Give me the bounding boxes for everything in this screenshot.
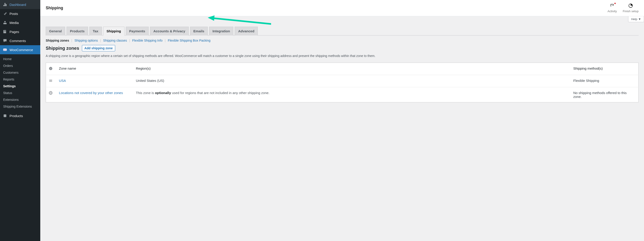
sidebar-item-label: Pages xyxy=(10,30,19,34)
tab-advanced[interactable]: Advanced xyxy=(235,27,258,35)
sidebar-item-woocommerce[interactable]: woo WooCommerce xyxy=(0,45,40,54)
page-title: Shipping xyxy=(46,6,63,10)
tab-general[interactable]: General xyxy=(46,27,65,35)
page-icon xyxy=(3,29,7,34)
subsection-flexible-shipping-box-packing[interactable]: Flexible Shipping Box Packing xyxy=(168,39,210,42)
zone-row: USA United States (US) Flexible Shipping xyxy=(46,75,638,87)
sidebar-item-label: Posts xyxy=(10,12,18,15)
separator: | xyxy=(99,39,102,42)
content-area: Shipping Activity Finish setup Help ▼ Ge… xyxy=(40,0,644,241)
svg-point-0 xyxy=(4,21,6,22)
separator: | xyxy=(70,39,74,42)
sidebar-item-comments[interactable]: Comments xyxy=(0,36,40,45)
add-shipping-zone-button[interactable]: Add shipping zone xyxy=(82,45,115,51)
tab-tax[interactable]: Tax xyxy=(90,27,102,35)
tab-emails[interactable]: Emails xyxy=(190,27,208,35)
submenu-shipping-extensions[interactable]: Shipping Extensions xyxy=(0,103,40,110)
text: This zone is xyxy=(136,91,155,95)
tab-accounts-privacy[interactable]: Accounts & Privacy xyxy=(150,27,189,35)
sidebar-item-media[interactable]: Media xyxy=(0,18,40,27)
svg-marker-8 xyxy=(208,15,214,21)
sidebar-item-posts[interactable]: Posts xyxy=(0,9,40,18)
col-region: Region(s) xyxy=(133,63,571,75)
svg-text:woo: woo xyxy=(3,49,6,51)
sidebar-item-products[interactable]: Products xyxy=(0,111,40,120)
admin-sidebar: Dashboard Posts Media Pages Comments woo… xyxy=(0,0,40,241)
globe-icon xyxy=(49,91,53,95)
topbar: Shipping Activity Finish setup xyxy=(40,0,644,16)
subsection-shipping-zones[interactable]: Shipping zones xyxy=(46,39,69,42)
zone-name-link[interactable]: USA xyxy=(59,79,66,82)
submenu-settings[interactable]: Settings xyxy=(0,83,40,89)
submenu-home[interactable]: Home xyxy=(0,56,40,62)
drag-handle-icon[interactable] xyxy=(49,79,53,83)
tab-shipping[interactable]: Shipping xyxy=(103,27,124,35)
zone-default-methods: No shipping methods offered to this zone… xyxy=(571,87,638,102)
submenu-customers[interactable]: Customers xyxy=(0,69,40,76)
sidebar-item-dashboard[interactable]: Dashboard xyxy=(0,0,40,9)
comment-icon xyxy=(3,38,7,43)
notification-dot-icon xyxy=(614,3,616,4)
help-icon[interactable]: ? xyxy=(49,66,53,70)
zone-region: United States (US) xyxy=(133,75,571,87)
shipping-subsections: Shipping zones | Shipping options | Ship… xyxy=(46,39,638,42)
separator: | xyxy=(164,39,167,42)
text-bold: optionally xyxy=(155,91,171,95)
help-tab[interactable]: Help ▼ xyxy=(628,16,644,22)
svg-rect-6 xyxy=(4,114,6,117)
inbox-icon xyxy=(610,3,614,9)
pin-icon xyxy=(3,11,7,16)
help-label: Help xyxy=(631,17,637,21)
zone-row-fallback: Locations not covered by your other zone… xyxy=(46,87,638,102)
product-icon xyxy=(3,113,7,118)
settings-tabs: General Products Tax Shipping Payments A… xyxy=(46,27,638,35)
svg-text:?: ? xyxy=(50,67,51,70)
finish-setup-label: Finish setup xyxy=(623,9,638,13)
text: used for regions that are not included i… xyxy=(171,91,270,95)
subsection-flexible-shipping-info[interactable]: Flexible Shipping Info xyxy=(132,39,162,42)
separator: | xyxy=(128,39,132,42)
sidebar-item-label: WooCommerce xyxy=(10,48,33,52)
svg-rect-2 xyxy=(4,30,6,33)
zone-default-region: This zone is optionally used for regions… xyxy=(133,87,571,102)
submenu-orders[interactable]: Orders xyxy=(0,62,40,69)
svg-rect-12 xyxy=(49,80,52,81)
subsection-shipping-classes[interactable]: Shipping classes xyxy=(103,39,127,42)
section-heading: Shipping zones xyxy=(46,46,79,51)
shipping-zones-table: ? Zone name Region(s) Shipping method(s) xyxy=(46,63,638,102)
zone-default-name-link[interactable]: Locations not covered by your other zone… xyxy=(59,91,123,95)
annotation-arrow-icon xyxy=(208,15,271,26)
sidebar-item-label: Media xyxy=(10,21,19,25)
woocommerce-submenu: Home Orders Customers Reports Settings S… xyxy=(0,54,40,111)
sidebar-item-label: Dashboard xyxy=(10,3,26,6)
media-icon xyxy=(3,20,7,25)
zone-methods: Flexible Shipping xyxy=(571,75,638,87)
col-methods: Shipping method(s) xyxy=(571,63,638,75)
submenu-extensions[interactable]: Extensions xyxy=(0,96,40,103)
svg-rect-13 xyxy=(49,81,52,82)
woocommerce-icon: woo xyxy=(3,47,7,52)
finish-setup-button[interactable]: Finish setup xyxy=(623,3,638,13)
activity-label: Activity xyxy=(608,9,617,13)
tab-payments[interactable]: Payments xyxy=(126,27,149,35)
dashboard-icon xyxy=(3,2,7,7)
chevron-down-icon: ▼ xyxy=(638,17,641,21)
svg-rect-3 xyxy=(4,31,7,31)
setup-progress-icon xyxy=(628,3,633,9)
svg-rect-11 xyxy=(49,80,52,80)
activity-button[interactable]: Activity xyxy=(608,3,617,13)
col-zone-name: Zone name xyxy=(56,63,133,75)
submenu-status[interactable]: Status xyxy=(0,89,40,96)
sidebar-item-label: Comments xyxy=(10,39,26,43)
section-head: Shipping zones Add shipping zone xyxy=(46,45,638,51)
settings-wrap: Help ▼ General Products Tax Shipping Pay… xyxy=(40,16,644,108)
section-description: A shipping zone is a geographic region w… xyxy=(46,54,638,58)
sidebar-item-pages[interactable]: Pages xyxy=(0,27,40,36)
sidebar-item-label: Products xyxy=(10,114,23,118)
tab-products[interactable]: Products xyxy=(66,27,88,35)
svg-rect-1 xyxy=(4,23,6,24)
tab-integration[interactable]: Integration xyxy=(209,27,234,35)
subsection-shipping-options[interactable]: Shipping options xyxy=(74,39,98,42)
submenu-reports[interactable]: Reports xyxy=(0,76,40,83)
